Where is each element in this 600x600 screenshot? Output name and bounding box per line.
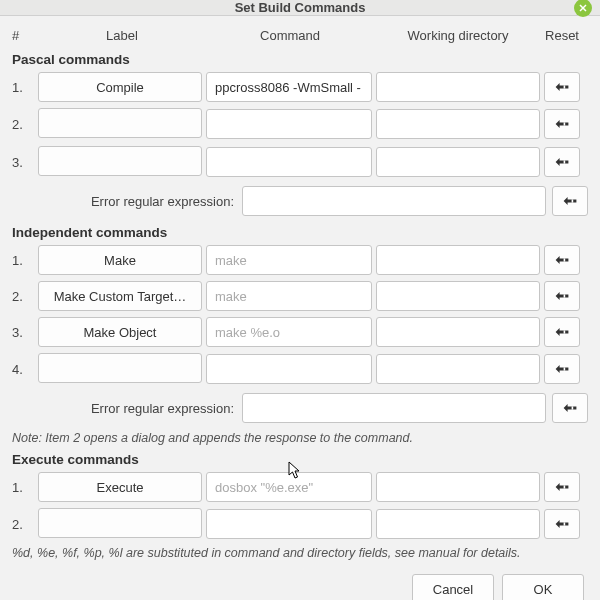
pascal-row-1: 1. Compile bbox=[12, 72, 588, 102]
header-wd: Working directory bbox=[374, 28, 542, 43]
label-button[interactable]: Make Custom Target… bbox=[38, 281, 202, 311]
pascal-row-2: 2. bbox=[12, 108, 588, 140]
label-button[interactable] bbox=[38, 108, 202, 138]
workingdir-input[interactable] bbox=[376, 281, 540, 311]
workingdir-input[interactable] bbox=[376, 472, 540, 502]
section-execute-title: Execute commands bbox=[12, 451, 588, 472]
workingdir-input[interactable] bbox=[376, 72, 540, 102]
label-button[interactable] bbox=[38, 508, 202, 538]
error-regex-input[interactable] bbox=[242, 186, 546, 216]
svg-rect-8 bbox=[564, 330, 566, 333]
svg-rect-10 bbox=[572, 406, 574, 409]
svg-rect-6 bbox=[564, 258, 566, 261]
workingdir-input[interactable] bbox=[376, 109, 540, 139]
ok-button[interactable]: OK bbox=[502, 574, 584, 600]
label-button[interactable] bbox=[38, 146, 202, 176]
column-headers: # Label Command Working directory Reset bbox=[12, 24, 588, 51]
label-button[interactable]: Execute bbox=[38, 472, 202, 502]
row-num: 2. bbox=[12, 117, 38, 132]
svg-rect-12 bbox=[564, 522, 566, 525]
header-num: # bbox=[12, 28, 38, 43]
titlebar: Set Build Commands bbox=[0, 0, 600, 16]
dialog-footer: Cancel OK bbox=[12, 566, 588, 600]
label-button[interactable]: Make Object bbox=[38, 317, 202, 347]
svg-rect-7 bbox=[564, 294, 566, 297]
row-num: 1. bbox=[12, 80, 38, 95]
row-num: 4. bbox=[12, 362, 38, 377]
svg-rect-2 bbox=[564, 85, 566, 88]
pascal-row-3: 3. bbox=[12, 146, 588, 178]
label-button[interactable]: Make bbox=[38, 245, 202, 275]
command-input[interactable] bbox=[206, 354, 372, 384]
reset-button[interactable] bbox=[544, 509, 580, 539]
svg-rect-9 bbox=[564, 367, 566, 370]
cancel-button[interactable]: Cancel bbox=[412, 574, 494, 600]
header-cmd: Command bbox=[206, 28, 374, 43]
execute-row-1: 1. Execute bbox=[12, 472, 588, 502]
reset-button[interactable] bbox=[544, 317, 580, 347]
reset-button[interactable] bbox=[544, 354, 580, 384]
label-button[interactable]: Compile bbox=[38, 72, 202, 102]
reset-button[interactable] bbox=[544, 147, 580, 177]
svg-rect-4 bbox=[564, 160, 566, 163]
header-label: Label bbox=[38, 28, 206, 43]
workingdir-input[interactable] bbox=[376, 354, 540, 384]
command-input[interactable] bbox=[206, 72, 372, 102]
note-independent: Note: Item 2 opens a dialog and appends … bbox=[12, 431, 588, 451]
independent-row-2: 2. Make Custom Target… bbox=[12, 281, 588, 311]
error-regex-input[interactable] bbox=[242, 393, 546, 423]
workingdir-input[interactable] bbox=[376, 317, 540, 347]
workingdir-input[interactable] bbox=[376, 147, 540, 177]
header-reset: Reset bbox=[542, 28, 582, 43]
error-regex-label: Error regular expression: bbox=[12, 401, 242, 416]
reset-button[interactable] bbox=[544, 72, 580, 102]
note-substitution: %d, %e, %f, %p, %l are substituted in co… bbox=[12, 546, 588, 566]
reset-button[interactable] bbox=[544, 109, 580, 139]
svg-rect-3 bbox=[564, 122, 566, 125]
row-num: 3. bbox=[12, 155, 38, 170]
label-button[interactable] bbox=[38, 353, 202, 383]
row-num: 3. bbox=[12, 325, 38, 340]
execute-row-2: 2. bbox=[12, 508, 588, 540]
command-input[interactable] bbox=[206, 245, 372, 275]
reset-button[interactable] bbox=[552, 393, 588, 423]
independent-row-1: 1. Make bbox=[12, 245, 588, 275]
command-input[interactable] bbox=[206, 317, 372, 347]
workingdir-input[interactable] bbox=[376, 245, 540, 275]
row-num: 2. bbox=[12, 289, 38, 304]
workingdir-input[interactable] bbox=[376, 509, 540, 539]
reset-button[interactable] bbox=[544, 472, 580, 502]
reset-button[interactable] bbox=[552, 186, 588, 216]
section-independent-title: Independent commands bbox=[12, 224, 588, 245]
independent-row-3: 3. Make Object bbox=[12, 317, 588, 347]
independent-row-4: 4. bbox=[12, 353, 588, 385]
close-icon[interactable] bbox=[574, 0, 592, 17]
window-title: Set Build Commands bbox=[235, 0, 366, 15]
pascal-error-regex-row: Error regular expression: bbox=[12, 186, 588, 216]
row-num: 2. bbox=[12, 517, 38, 532]
command-input[interactable] bbox=[206, 147, 372, 177]
independent-error-regex-row: Error regular expression: bbox=[12, 393, 588, 423]
svg-rect-5 bbox=[572, 199, 574, 202]
error-regex-label: Error regular expression: bbox=[12, 194, 242, 209]
svg-rect-11 bbox=[564, 485, 566, 488]
row-num: 1. bbox=[12, 480, 38, 495]
command-input[interactable] bbox=[206, 472, 372, 502]
reset-button[interactable] bbox=[544, 281, 580, 311]
row-num: 1. bbox=[12, 253, 38, 268]
command-input[interactable] bbox=[206, 509, 372, 539]
reset-button[interactable] bbox=[544, 245, 580, 275]
section-pascal-title: Pascal commands bbox=[12, 51, 588, 72]
command-input[interactable] bbox=[206, 281, 372, 311]
command-input[interactable] bbox=[206, 109, 372, 139]
